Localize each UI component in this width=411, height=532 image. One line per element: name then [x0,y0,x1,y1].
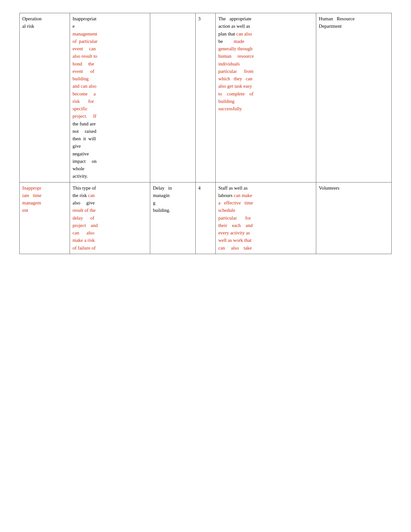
cell-risk-desc-2: This type of the risk can also give resu… [70,182,150,254]
cell-action-1: The appropriate action as well as plan t… [216,13,316,182]
table-row: Operational riskInappropriate management… [20,13,392,182]
cell-inappropriate: Inappropr iate time managem ent [20,182,70,254]
cell-delay-1 [150,13,195,182]
cell-action-2: Staff as well as labours can make a effe… [216,182,316,254]
table-row: Inappropr iate time managem entThis type… [20,182,392,254]
cell-operation: Operational risk [20,13,70,182]
main-table: Operational riskInappropriate management… [19,13,392,254]
cell-dept-2: Volunteers [316,182,392,254]
cell-num-1: 3 [195,13,215,182]
cell-delay-2: Delay inmanagingbuilding. [150,182,195,254]
cell-risk-desc-1: Inappropriate management of particular e… [70,13,150,182]
cell-num-2: 4 [195,182,215,254]
cell-dept-1: Human ResourceDepartment [316,13,392,182]
